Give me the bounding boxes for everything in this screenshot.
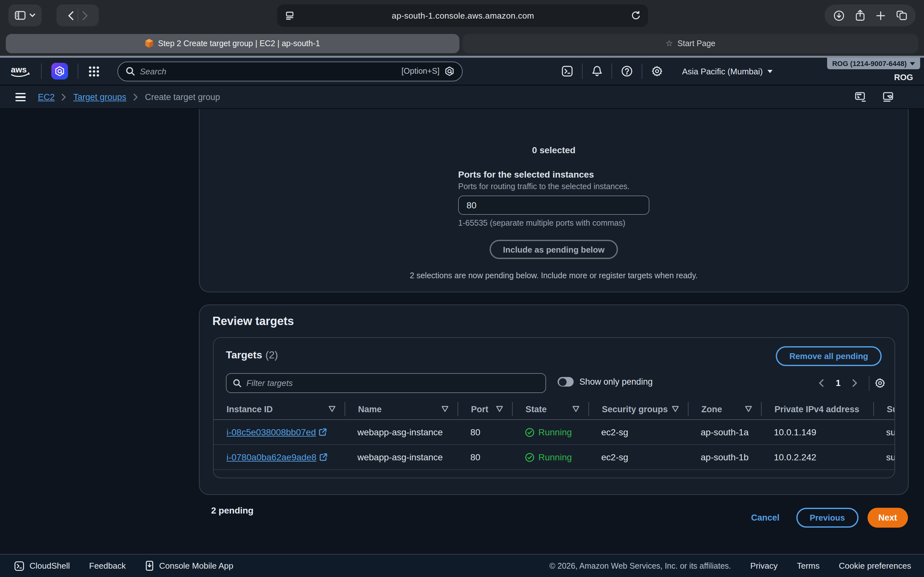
column-header-state[interactable]: State [512,402,588,416]
next-page-icon[interactable] [846,379,864,387]
breadcrumb-right-icons [855,92,895,103]
tab-overview-icon[interactable] [896,10,907,21]
column-filter-icon[interactable] [572,406,580,412]
mobile-app-icon [145,560,154,571]
chevron-right-icon [134,93,138,101]
diagnostic-tools-icon[interactable] [882,92,895,103]
caret-down-icon [910,62,915,65]
tab-start-page[interactable]: ☆ Start Page [463,34,918,53]
table-preferences-gear-icon[interactable] [875,378,885,388]
breadcrumb-target-groups[interactable]: Target groups [73,92,126,102]
column-header-instance-id[interactable]: Instance ID [214,402,344,416]
tab-active[interactable]: Step 2 Create target group | EC2 | ap-so… [6,34,459,53]
footer-cookie-preferences[interactable]: Cookie preferences [839,561,911,571]
subnet-cell-clipped: su [873,427,895,437]
column-filter-icon[interactable] [441,406,449,412]
column-header-private-ip[interactable]: Private IPv4 address [761,402,873,416]
services-grid-icon[interactable] [89,66,99,77]
downloads-icon[interactable] [833,10,844,21]
account-badge[interactable]: ROG (1214-9007-6448) [827,58,920,69]
tab-title: Start Page [678,39,716,48]
tab-strip: Step 2 Create target group | EC2 | ap-so… [0,31,924,56]
search-shortcut-hint: [Option+S] [401,67,439,76]
column-filter-icon[interactable] [672,406,679,412]
next-button[interactable]: Next [867,508,908,528]
page-content: 0 selected Ports for the selected instan… [0,109,924,554]
browser-toolbar: ap-south-1.console.aws.amazon.com [0,0,924,31]
amazon-q-hexagon-icon [445,66,454,77]
notifications-bell-icon[interactable] [583,65,612,77]
search-input[interactable] [140,66,396,76]
targets-table-title: Targets(2) [226,350,278,361]
column-filter-icon[interactable] [328,406,336,412]
cloudshell-icon [14,561,24,571]
column-header-name[interactable]: Name [344,402,457,416]
address-bar[interactable]: ap-south-1.console.aws.amazon.com [277,5,648,27]
subnet-cell-clipped: su [873,452,895,462]
previous-page-icon[interactable] [813,379,830,387]
column-header-subnet-clipped[interactable]: Su [873,402,895,416]
column-filter-icon[interactable] [496,406,503,412]
nav-buttons [57,5,99,26]
table-header-row: Instance ID Name Port State Security gro… [214,399,895,420]
footer-privacy[interactable]: Privacy [750,561,778,571]
browser-chrome: ap-south-1.console.aws.amazon.com [0,0,924,58]
targets-label: Targets [226,350,262,360]
region-selector[interactable]: Asia Pacific (Mumbai) [682,66,772,76]
pager-divider [869,376,869,391]
footer-copyright: © 2026, Amazon Web Services, Inc. or its… [549,561,731,570]
settings-gear-icon[interactable] [642,65,672,77]
instance-id-link[interactable]: i-08c5e038008bb07ed [226,427,327,437]
refresh-icon[interactable] [632,11,640,21]
help-icon[interactable] [612,65,642,77]
cloudshell-icon[interactable] [552,65,582,77]
back-button[interactable] [68,11,73,20]
ports-form: Ports for the selected instances Ports f… [458,169,649,227]
nav-divider [78,9,78,22]
pending-summary: 2 pending [211,505,254,516]
amazon-q-icon[interactable] [51,63,68,79]
cancel-button[interactable]: Cancel [743,508,787,528]
footer-terms[interactable]: Terms [797,561,820,571]
targets-count: (2) [265,350,278,360]
column-header-security-groups[interactable]: Security groups [588,402,688,416]
footer-feedback[interactable]: Feedback [89,561,126,571]
footer-mobile-app[interactable]: Console Mobile App [145,560,233,571]
show-only-pending-label: Show only pending [580,377,653,387]
new-tab-icon[interactable] [876,11,885,20]
wizard-actions: Cancel Previous Next [743,508,908,528]
check-circle-icon [525,427,535,437]
screen: ap-south-1.console.aws.amazon.com [0,0,924,577]
header-divider [41,63,42,79]
zone-cell: ap-south-1b [688,452,761,462]
remove-all-pending-button[interactable]: Remove all pending [776,346,882,366]
caret-down-icon [767,69,772,73]
search-icon [126,67,135,76]
global-search[interactable]: [Option+S] [118,61,463,81]
aws-logo[interactable]: aws [0,64,41,78]
show-only-pending-toggle[interactable] [557,377,573,387]
column-filter-icon[interactable] [745,406,752,412]
security-groups-cell: ec2-sg [588,427,688,437]
column-header-zone[interactable]: Zone [688,402,761,416]
include-as-pending-button[interactable]: Include as pending below [489,240,618,259]
breadcrumb-ec2[interactable]: EC2 [38,92,55,102]
forward-button[interactable] [82,11,87,20]
current-page-number[interactable]: 1 [830,378,846,388]
sidebar-toggle-button[interactable] [8,5,42,26]
state-cell: Running [525,452,572,462]
port-cell: 80 [457,427,512,437]
share-icon[interactable] [855,10,865,21]
side-nav-toggle[interactable] [15,93,26,102]
ports-input[interactable] [458,195,649,215]
tab-title: Step 2 Create target group | EC2 | ap-so… [158,39,320,48]
zone-cell: ap-south-1a [688,427,761,437]
instance-id-link[interactable]: i-0780a0ba62ae9ade8 [226,452,327,462]
filter-targets-input[interactable] [246,378,539,388]
reader-icon[interactable] [285,11,294,21]
cloudshell-window-icon[interactable] [855,92,867,103]
footer-cloudshell[interactable]: CloudShell [14,561,70,571]
column-header-port[interactable]: Port [457,402,512,416]
filter-targets-field[interactable] [226,373,546,393]
previous-button[interactable]: Previous [796,508,859,528]
